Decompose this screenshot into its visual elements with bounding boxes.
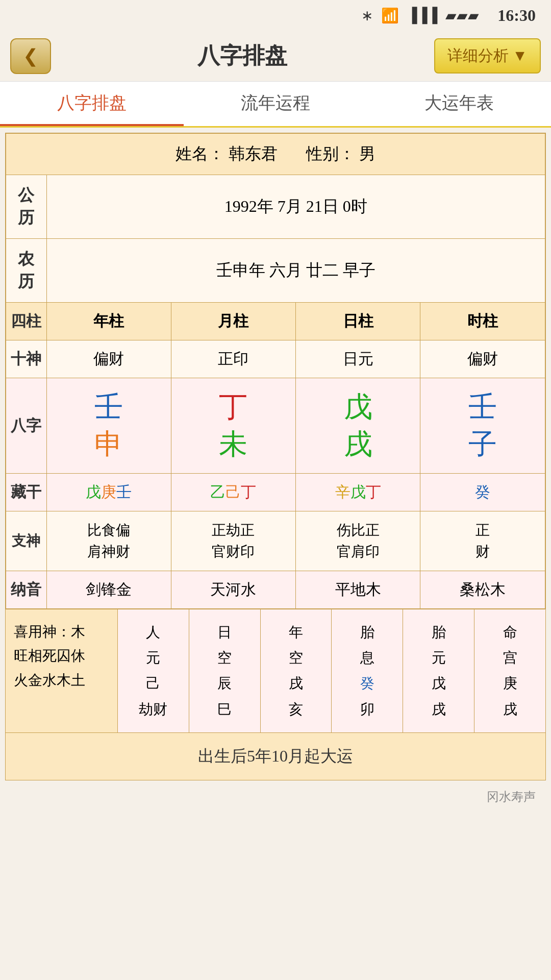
- nongli-row: 农历 壬申年 六月 廿二 早子: [6, 239, 545, 303]
- detail-analysis-button[interactable]: 详细分析 ▼: [434, 38, 541, 74]
- footer-row: 出生后5年10月起大运: [5, 733, 546, 780]
- niankong-line2: 空: [289, 645, 303, 671]
- bazi-ri-di: 戌: [344, 428, 372, 460]
- renyuan-line1: 人: [146, 620, 160, 645]
- zanggan-ri-1: 辛: [335, 483, 350, 500]
- taiyuan-line2: 元: [432, 645, 446, 671]
- bottom-col-taixi: 胎 息 癸 卯: [332, 609, 403, 733]
- zanggan-label: 藏干: [6, 473, 46, 511]
- gender-label: 性别：: [306, 144, 355, 163]
- rikong-line1: 日: [217, 620, 232, 645]
- minggong-line1: 命: [503, 620, 517, 645]
- bottom-col-minggong: 命 宫 庚 戌: [474, 609, 545, 733]
- zanggan-yue-1: 乙: [210, 483, 226, 500]
- back-icon: ❮: [23, 45, 38, 67]
- minggong-line4: 戌: [503, 697, 517, 722]
- sizhu-nianzhu: 年柱: [46, 303, 171, 340]
- nayin-label: 纳音: [6, 571, 46, 609]
- wifi-icon: 📶: [381, 7, 399, 24]
- bazi-yue: 丁 未: [171, 378, 295, 474]
- minggong-line2: 宫: [503, 645, 517, 671]
- niankong-line4: 亥: [289, 697, 303, 722]
- rikong-line2: 空: [217, 645, 232, 671]
- nayin-row: 纳音 剑锋金 天河水 平地木 桑松木: [6, 571, 545, 609]
- zhishen-yue: 正劫正官财印: [171, 511, 295, 571]
- shishen-shi: 偏财: [420, 340, 545, 378]
- zanggan-nian: 戊庚壬: [46, 473, 171, 511]
- taixi-line1: 胎: [360, 620, 374, 645]
- bluetooth-icon: ∗: [361, 7, 373, 24]
- niankong-line1: 年: [289, 620, 303, 645]
- sizhu-rizhu: 日柱: [295, 303, 420, 340]
- bazi-nian: 壬 申: [46, 378, 171, 474]
- shishen-row: 十神 偏财 正印 日元 偏财: [6, 340, 545, 378]
- bazi-nian-di: 申: [94, 428, 123, 460]
- niankong-line3: 戌: [289, 671, 303, 696]
- zhishen-nian: 比食偏肩神财: [46, 511, 171, 571]
- bottom-col-renyuan: 人 元 己 劫财: [118, 609, 189, 733]
- wuxing-label: 火金水木土: [14, 668, 109, 693]
- header: ❮ 八字排盘 详细分析 ▼: [0, 31, 551, 82]
- bazi-nian-tian: 壬: [94, 391, 123, 423]
- tab-bazi[interactable]: 八字排盘: [0, 82, 184, 126]
- shishen-label: 十神: [6, 340, 46, 378]
- bazi-yue-tian: 丁: [219, 391, 247, 423]
- time-display: 16:30: [497, 6, 536, 25]
- minggong-line3: 庚: [503, 671, 517, 696]
- sizhu-shizhu: 时柱: [420, 303, 545, 340]
- zanggan-ri-3: 丁: [366, 483, 381, 500]
- rikong-line4: 巳: [217, 697, 232, 722]
- zanggan-yue-3: 丁: [241, 483, 256, 500]
- nongli-value: 壬申年 六月 廿二 早子: [46, 239, 545, 303]
- taixi-line2: 息: [360, 645, 374, 671]
- status-icons: ∗ 📶 ▐▐▐ ▰▰▰ 16:30: [361, 6, 536, 25]
- rikong-line3: 辰: [217, 671, 232, 696]
- bazi-label: 八字: [6, 378, 46, 474]
- zanggan-ri: 辛戊丁: [295, 473, 420, 511]
- info-cell: 姓名： 韩东君 性别： 男: [6, 133, 545, 175]
- zanggan-row: 藏干 戊庚壬 乙己丁 辛戊丁 癸: [6, 473, 545, 511]
- zanggan-nian-1: 戊: [86, 483, 101, 500]
- gongli-label: 公历: [6, 175, 46, 239]
- zanggan-ri-2: 戊: [350, 483, 366, 500]
- detail-label: 详细分析 ▼: [447, 45, 528, 66]
- tab-bazi-label: 八字排盘: [57, 91, 127, 115]
- nayin-nian: 剑锋金: [46, 571, 171, 609]
- wangxiang-label: 旺相死囚休: [14, 644, 109, 668]
- nayin-yue: 天河水: [171, 571, 295, 609]
- renyuan-line3: 己: [146, 671, 160, 696]
- page-title: 八字排盘: [197, 41, 287, 71]
- gongli-row: 公历 1992年 7月 21日 0时: [6, 175, 545, 239]
- signal-icon: ▐▐▐: [407, 7, 438, 23]
- taiyuan-line1: 胎: [432, 620, 446, 645]
- nayin-ri: 平地木: [295, 571, 420, 609]
- taiyuan-line3: 戊: [432, 671, 446, 696]
- sizhu-label: 四柱: [6, 303, 46, 340]
- bottom-col-niankong: 年 空 戌 亥: [261, 609, 332, 733]
- bazi-shi-tian: 壬: [468, 391, 497, 423]
- name-value: 韩东君: [229, 144, 278, 163]
- tab-liuyun[interactable]: 流年运程: [184, 82, 367, 126]
- status-bar: ∗ 📶 ▐▐▐ ▰▰▰ 16:30: [0, 0, 551, 31]
- bazi-shi-di: 子: [468, 428, 497, 460]
- gender-value: 男: [359, 144, 375, 163]
- taixi-line3: 癸: [360, 671, 374, 696]
- shishen-nian: 偏财: [46, 340, 171, 378]
- nayin-shi: 桑松木: [420, 571, 545, 609]
- zhishen-row: 支神 比食偏肩神财 正劫正官财印 伤比正官肩印 正财: [6, 511, 545, 571]
- gongli-value: 1992年 7月 21日 0时: [46, 175, 545, 239]
- watermark-text: 冈水寿声: [487, 790, 536, 803]
- back-button[interactable]: ❮: [10, 38, 51, 74]
- sizhu-yuezhu: 月柱: [171, 303, 295, 340]
- sizhu-header-row: 四柱 年柱 月柱 日柱 时柱: [6, 303, 545, 340]
- bazi-shi: 壬 子: [420, 378, 545, 474]
- zanggan-nian-3: 壬: [116, 483, 132, 500]
- footer-text: 出生后5年10月起大运: [198, 747, 353, 765]
- tab-dayun[interactable]: 大运年表: [367, 82, 551, 126]
- nongli-label: 农历: [6, 239, 46, 303]
- shishen-yue: 正印: [171, 340, 295, 378]
- renyuan-line2: 元: [146, 645, 160, 671]
- zanggan-yue: 乙己丁: [171, 473, 295, 511]
- zanggan-shi: 癸: [420, 473, 545, 511]
- zhishen-label: 支神: [6, 511, 46, 571]
